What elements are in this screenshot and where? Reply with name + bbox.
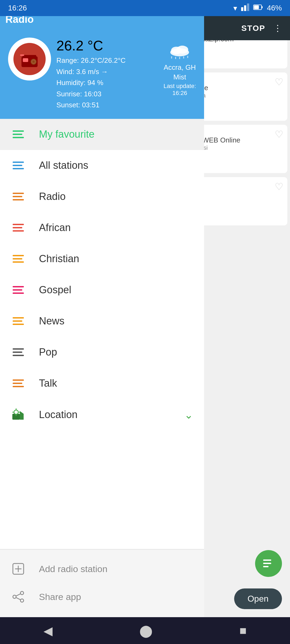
pop-menu-icon	[11, 347, 26, 357]
menu-label: Gospel	[39, 284, 71, 296]
navigation-drawer: Ghana Radio 26.2 °C	[0, 0, 204, 644]
menu-label: Pop	[39, 346, 57, 358]
menu-label: Radio	[39, 191, 66, 202]
svg-rect-17	[263, 566, 269, 567]
svg-rect-15	[263, 559, 271, 561]
radio-icon	[13, 43, 46, 75]
svg-point-49	[13, 595, 16, 598]
menu-item-christian[interactable]: Christian	[0, 243, 204, 275]
temperature: 26.2 °C	[56, 38, 164, 54]
menu-item-pop[interactable]: Pop	[0, 337, 204, 368]
weather-condition: Mist	[173, 73, 186, 81]
weather-update: Last update: 16:26	[164, 83, 196, 97]
svg-rect-23	[254, 5, 259, 9]
home-button[interactable]: ⬤	[139, 624, 153, 638]
location-menu-icon	[11, 409, 26, 420]
add-station-icon	[11, 564, 26, 574]
menu-label: All stations	[39, 160, 88, 171]
back-button[interactable]: ◀	[44, 624, 53, 638]
drawer-header: Ghana Radio 26.2 °C	[0, 0, 204, 119]
status-bar-left: 16:26	[8, 4, 27, 12]
gospel-menu-icon	[11, 284, 26, 295]
menu-label: African	[39, 222, 71, 233]
svg-rect-29	[20, 54, 24, 56]
svg-marker-20	[247, 3, 249, 11]
battery-percent: 46%	[267, 4, 282, 12]
status-bar-right: ▾ 46%	[233, 3, 282, 13]
playlist-fab[interactable]	[255, 550, 282, 577]
svg-line-51	[16, 594, 20, 596]
app-logo	[8, 38, 51, 80]
recents-button[interactable]: ■	[240, 624, 247, 637]
wifi-icon: ▾	[233, 4, 237, 13]
african-menu-icon	[11, 222, 26, 233]
svg-point-48	[20, 591, 24, 595]
add-station-item[interactable]: Add radio station	[0, 555, 204, 583]
menu-item-all-stations[interactable]: All stations	[0, 150, 204, 181]
menu-item-radio[interactable]: Radio	[0, 181, 204, 212]
favorite-icon[interactable]: ♡	[275, 129, 283, 140]
menu-item-favourite[interactable]: My favourite	[0, 119, 204, 150]
svg-marker-19	[244, 5, 246, 11]
svg-point-27	[32, 61, 35, 63]
more-options-icon[interactable]: ⋮	[271, 20, 285, 36]
menu-item-african[interactable]: African	[0, 212, 204, 243]
menu-label: News	[39, 315, 64, 327]
weather-condition-icon	[166, 38, 193, 62]
weather-wind: Wind: 3.6 m/s →	[56, 66, 164, 78]
weather-location: Accra, GH	[164, 63, 196, 72]
radio-menu-icon	[11, 191, 26, 202]
weather-humidity: Humidity: 94 %	[56, 77, 164, 89]
weather-right: Accra, GH Mist Last update: 16:26	[164, 38, 196, 97]
svg-rect-28	[23, 55, 36, 57]
weather-sunrise: Sunrise: 16:03	[56, 89, 164, 100]
favorite-icon[interactable]: ♡	[275, 181, 283, 192]
menu-label: Christian	[39, 253, 79, 265]
menu-item-location[interactable]: Location ⌄	[0, 399, 204, 431]
stop-button[interactable]: STOP	[241, 24, 265, 33]
chevron-down-icon: ⌄	[184, 409, 193, 421]
svg-point-32	[176, 46, 188, 54]
svg-marker-18	[241, 7, 243, 11]
drawer-menu: My favourite All stations	[0, 119, 204, 549]
talk-menu-icon	[11, 378, 26, 389]
menu-label: Talk	[39, 378, 57, 389]
svg-point-50	[20, 599, 24, 602]
status-bar: 16:26 ▾ 46%	[0, 0, 290, 16]
favorite-icon[interactable]: ♡	[275, 76, 283, 88]
menu-label: Location	[39, 409, 78, 420]
weather-sunset: Sunset: 03:51	[56, 100, 164, 111]
share-app-icon	[11, 591, 26, 602]
menu-item-gospel[interactable]: Gospel	[0, 275, 204, 306]
weather-range: Range: 26.2°C/26.2°C	[56, 55, 164, 66]
add-station-label: Add radio station	[39, 564, 107, 574]
share-app-item[interactable]: Share app	[0, 583, 204, 611]
menu-label: My favourite	[39, 129, 95, 140]
bottom-navigation: ◀ ⬤ ■	[0, 617, 290, 644]
svg-marker-39	[20, 411, 24, 420]
time-display: 16:26	[8, 4, 27, 12]
svg-rect-16	[263, 563, 271, 564]
svg-point-40	[14, 410, 18, 414]
signal-icon	[241, 3, 249, 13]
menu-item-news[interactable]: News	[0, 306, 204, 337]
menu-item-talk[interactable]: Talk	[0, 368, 204, 399]
svg-rect-25	[23, 58, 28, 62]
share-app-label: Share app	[39, 592, 81, 602]
battery-icon	[253, 4, 263, 12]
all-stations-menu-icon	[11, 160, 26, 171]
svg-rect-22	[262, 6, 263, 8]
news-menu-icon	[11, 316, 26, 326]
svg-line-52	[16, 598, 20, 600]
favourite-menu-icon	[11, 129, 26, 140]
christian-menu-icon	[11, 253, 26, 264]
open-button[interactable]: Open	[234, 588, 282, 609]
